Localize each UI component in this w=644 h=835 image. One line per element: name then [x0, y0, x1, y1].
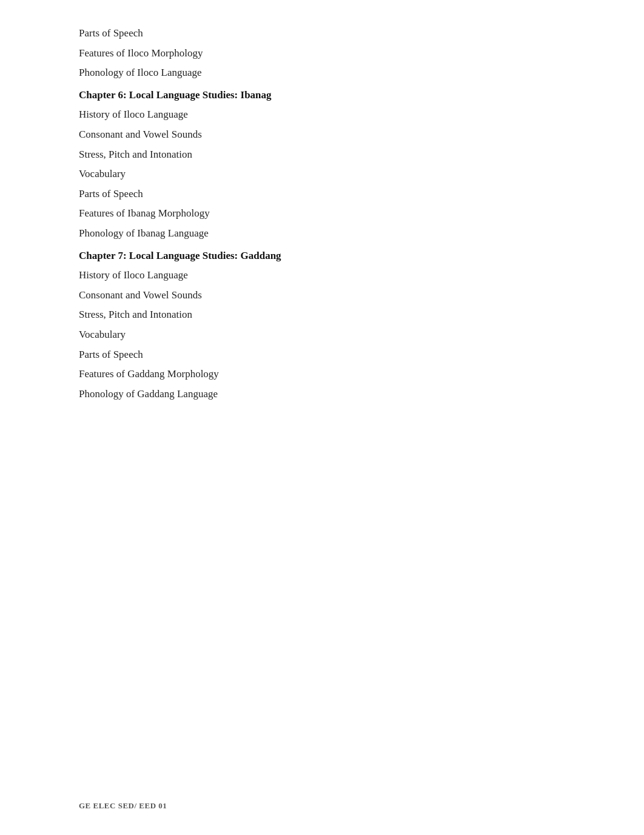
chapter-heading: Chapter 6: Local Language Studies: Ibana… [79, 86, 583, 105]
toc-item: Vocabulary [79, 326, 583, 344]
page-content: Parts of SpeechFeatures of Iloco Morphol… [0, 0, 644, 453]
toc-item: Phonology of Iloco Language [79, 64, 583, 82]
toc-item: Features of Gaddang Morphology [79, 365, 583, 384]
toc-item: History of Iloco Language [79, 106, 583, 124]
toc-item: Consonant and Vowel Sounds [79, 286, 583, 305]
toc-item: Stress, Pitch and Intonation [79, 306, 583, 324]
toc-list: Parts of SpeechFeatures of Iloco Morphol… [79, 24, 583, 403]
toc-item: Phonology of Ibanag Language [79, 224, 583, 243]
footer-text: GE ELEC SED/ EED 01 [79, 801, 167, 810]
toc-item: Vocabulary [79, 165, 583, 184]
toc-item: History of Iloco Language [79, 266, 583, 285]
footer: GE ELEC SED/ EED 01 [79, 801, 167, 811]
toc-item: Features of Ibanag Morphology [79, 204, 583, 223]
chapter-heading: Chapter 7: Local Language Studies: Gadda… [79, 247, 583, 266]
toc-item: Parts of Speech [79, 24, 583, 43]
toc-item: Stress, Pitch and Intonation [79, 146, 583, 164]
toc-item: Parts of Speech [79, 346, 583, 364]
toc-item: Features of Iloco Morphology [79, 44, 583, 63]
toc-item: Consonant and Vowel Sounds [79, 126, 583, 144]
toc-item: Phonology of Gaddang Language [79, 385, 583, 404]
toc-item: Parts of Speech [79, 185, 583, 204]
